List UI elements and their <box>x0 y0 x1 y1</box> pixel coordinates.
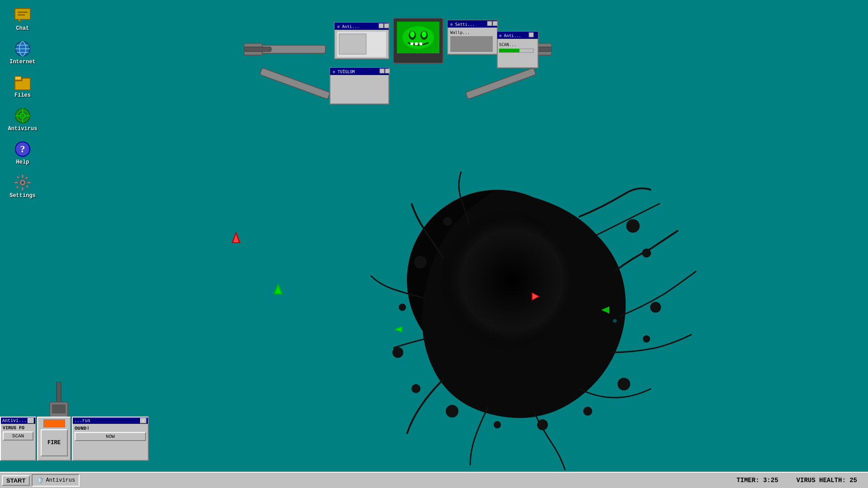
fire-indicator <box>43 419 65 427</box>
antivirus-window-1[interactable]: Antivi... VIRUS FO SCAN <box>0 417 36 461</box>
svg-rect-23 <box>22 174 24 178</box>
files-label: Files <box>14 92 31 99</box>
svg-rect-11 <box>15 76 21 80</box>
antivirus-panel: Antivi... VIRUS FO SCAN FIRE ...rus ✕ OU… <box>0 417 149 461</box>
av-titlebar-2: ...rus ✕ <box>73 418 148 424</box>
svg-point-14 <box>21 114 24 117</box>
scan-button[interactable]: SCAN <box>3 432 33 441</box>
taskbar-antivirus-icon: 🛡️ <box>36 477 44 484</box>
chat-icon <box>14 6 32 24</box>
help-icon-item[interactable]: ? Help <box>2 138 43 167</box>
av-title-2: ...rus <box>74 418 90 423</box>
svg-rect-27 <box>16 176 19 179</box>
svg-rect-25 <box>14 182 18 183</box>
antivirus-icon-item[interactable]: Antivirus <box>2 105 43 134</box>
settings-icon-item[interactable]: Settings <box>2 172 43 201</box>
internet-label: Internet <box>9 59 36 65</box>
creature-red-2 <box>530 291 541 304</box>
svg-rect-29 <box>16 186 19 189</box>
svg-rect-0 <box>15 9 30 19</box>
chat-label: Chat <box>16 25 29 32</box>
creature-green-2 <box>393 324 403 337</box>
settings-icon <box>14 174 32 192</box>
svg-rect-28 <box>25 176 28 179</box>
taskbar-antivirus[interactable]: 🛡️ Antivirus <box>32 474 80 487</box>
files-icon <box>14 73 32 91</box>
chat-icon-item[interactable]: Chat <box>2 5 43 33</box>
creature-green-1 <box>274 282 283 297</box>
fire-button[interactable]: FIRE <box>41 429 68 456</box>
settings-label: Settings <box>9 192 36 199</box>
files-icon-item[interactable]: Files <box>2 71 43 100</box>
help-label: Help <box>16 159 29 165</box>
svg-marker-105 <box>601 306 609 314</box>
fire-window[interactable]: FIRE <box>37 417 71 461</box>
svg-rect-96 <box>52 404 66 413</box>
timer-display: TIMER: 3:25 <box>736 477 778 484</box>
start-button[interactable]: START <box>2 475 30 486</box>
av-close-1[interactable] <box>28 418 34 423</box>
creature-green-3 <box>600 305 610 317</box>
av-close-2[interactable]: ✕ <box>140 418 146 423</box>
taskbar: START 🛡️ Antivirus TIMER: 3:25 VIRUS HEA… <box>0 472 868 488</box>
antivirus-label: Antivirus <box>8 126 38 132</box>
av-status-1: VIRUS FO <box>3 426 33 431</box>
svg-marker-3 <box>18 19 20 22</box>
svg-rect-94 <box>57 382 61 404</box>
creature-red-1 <box>231 230 241 246</box>
svg-point-22 <box>21 181 24 184</box>
antivirus-icon <box>14 107 32 125</box>
av-title-1: Antivi... <box>2 418 27 423</box>
av-status-2: OUND! <box>75 426 146 431</box>
antivirus-window-2[interactable]: ...rus ✕ OUND! NOW <box>72 417 149 461</box>
internet-icon-item[interactable]: Internet <box>2 38 43 67</box>
help-icon: ? <box>14 140 32 158</box>
svg-rect-24 <box>22 187 24 191</box>
svg-marker-104 <box>533 293 538 300</box>
svg-rect-30 <box>26 185 29 188</box>
av-titlebar-1: Antivi... <box>1 418 35 424</box>
virus-health-display: VIRUS HEALTH: 25 <box>797 477 857 484</box>
desktop-icons: Chat Internet Files <box>0 5 45 201</box>
svg-rect-26 <box>27 182 31 183</box>
svg-text:?: ? <box>20 143 25 155</box>
desktop <box>0 0 868 488</box>
taskbar-antivirus-label: Antivirus <box>46 477 75 483</box>
now-button[interactable]: NOW <box>75 432 146 441</box>
av-content-2: OUND! NOW <box>73 424 148 443</box>
internet-icon <box>14 40 32 58</box>
taskbar-info: TIMER: 3:25 VIRUS HEALTH: 25 <box>727 477 866 484</box>
av-content-1: VIRUS FO SCAN <box>1 424 35 442</box>
